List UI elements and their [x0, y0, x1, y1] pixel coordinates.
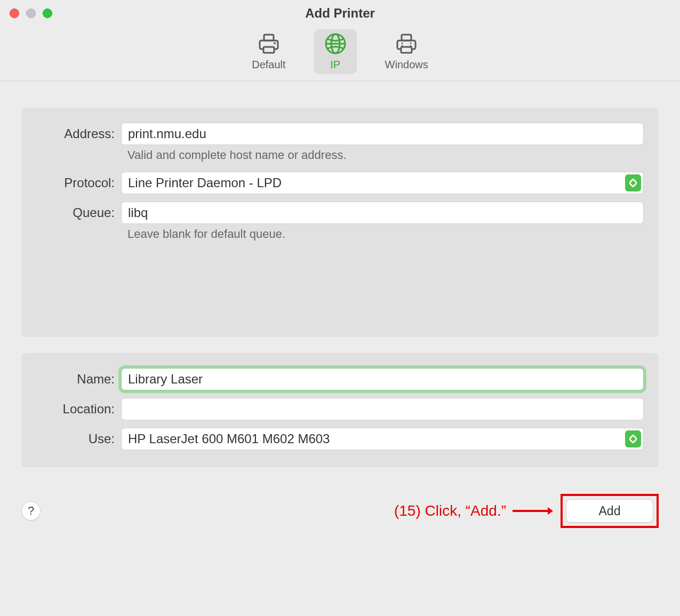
- globe-icon: [324, 32, 347, 55]
- address-hint: Valid and complete host name or address.: [33, 148, 644, 162]
- close-window-button[interactable]: [10, 9, 19, 18]
- name-label: Name:: [33, 372, 121, 387]
- protocol-select[interactable]: Line Printer Daemon - LPD: [121, 172, 644, 194]
- toolbar-tab-label: IP: [330, 59, 340, 71]
- toolbar-tab-windows[interactable]: Windows: [375, 29, 438, 74]
- queue-hint: Leave blank for default queue.: [33, 227, 644, 241]
- window-title: Add Printer: [0, 6, 680, 21]
- bottom-bar: ? (15) Click, “Add.” Add: [0, 483, 680, 528]
- arrow-icon: [511, 506, 554, 516]
- address-label: Address:: [33, 126, 121, 141]
- traffic-lights: [10, 9, 52, 18]
- use-label: Use:: [33, 431, 121, 446]
- toolbar-tab-default[interactable]: Default: [242, 29, 295, 74]
- svg-point-10: [402, 43, 403, 44]
- toolbar-tab-ip[interactable]: IP: [314, 29, 357, 74]
- annotation-highlight-box: Add: [561, 494, 659, 528]
- svg-rect-9: [401, 47, 412, 53]
- printer-info-panel: Name: Location: Use: HP LaserJet 600 M60…: [21, 353, 659, 467]
- queue-input[interactable]: [121, 202, 644, 224]
- annotation-text: (15) Click, “Add.”: [394, 502, 506, 519]
- location-label: Location:: [33, 402, 121, 417]
- annotation-callout: (15) Click, “Add.”: [394, 502, 554, 519]
- stepper-icon: [625, 430, 641, 447]
- printer-icon: [257, 32, 281, 55]
- svg-rect-0: [264, 35, 274, 41]
- name-input[interactable]: [121, 368, 644, 390]
- use-value: HP LaserJet 600 M601 M602 M603: [128, 431, 330, 446]
- zoom-window-button[interactable]: [43, 9, 52, 18]
- svg-rect-7: [402, 35, 411, 41]
- minimize-window-button[interactable]: [26, 9, 36, 18]
- content-area: Address: Valid and complete host name or…: [0, 81, 680, 467]
- protocol-value: Line Printer Daemon - LPD: [128, 175, 282, 190]
- add-button[interactable]: Add: [566, 499, 653, 523]
- svg-point-12: [410, 43, 412, 44]
- add-printer-window: Add Printer Default: [0, 0, 680, 616]
- queue-label: Queue:: [33, 205, 121, 220]
- stepper-icon: [625, 174, 641, 191]
- connection-panel: Address: Valid and complete host name or…: [21, 108, 659, 337]
- location-input[interactable]: [121, 398, 644, 420]
- toolbar: Default IP: [0, 27, 680, 81]
- svg-point-3: [274, 42, 276, 44]
- use-select[interactable]: HP LaserJet 600 M601 M602 M603: [121, 428, 644, 450]
- toolbar-tab-label: Default: [252, 59, 285, 71]
- titlebar: Add Printer: [0, 0, 680, 27]
- svg-point-11: [402, 45, 403, 47]
- svg-rect-2: [263, 47, 274, 53]
- protocol-label: Protocol:: [33, 175, 121, 190]
- toolbar-tab-label: Windows: [385, 59, 428, 71]
- address-input[interactable]: [121, 123, 644, 145]
- help-button[interactable]: ?: [21, 501, 41, 521]
- svg-point-13: [410, 45, 412, 47]
- printer-windows-icon: [395, 32, 418, 55]
